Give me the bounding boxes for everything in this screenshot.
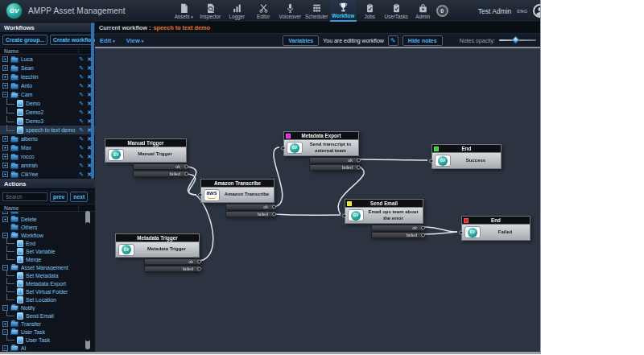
- search-next-button[interactable]: next: [70, 192, 88, 202]
- port-in[interactable]: [198, 193, 202, 197]
- output-failed[interactable]: failed: [133, 171, 187, 177]
- port-out-failed[interactable]: [184, 172, 188, 176]
- output-failed[interactable]: failed: [225, 211, 275, 217]
- workflow-group-row[interactable]: + Sean ✎✕: [0, 64, 95, 72]
- workflow-group-row[interactable]: + alberto ✎✕: [0, 134, 95, 143]
- workflow-group-row[interactable]: + leechin ✎✕: [0, 72, 95, 81]
- workflow-canvas[interactable]: Manual Trigger GV Manual Trigger ok fail…: [95, 47, 541, 352]
- edit-icon[interactable]: ✎: [79, 145, 84, 151]
- workflow-group-row[interactable]: + Max ✎✕: [0, 143, 95, 152]
- action-group-row[interactable]: + Delete: [0, 215, 95, 223]
- edit-workflow-pencil-button[interactable]: ✎: [388, 35, 398, 46]
- node-end-failed[interactable]: End GV Failed: [461, 216, 530, 241]
- expand-toggle[interactable]: +: [2, 83, 8, 89]
- expand-toggle[interactable]: −: [2, 92, 8, 97]
- slider-thumb[interactable]: [512, 36, 520, 44]
- workflow-group-row[interactable]: + Anto ✎✕: [0, 81, 95, 90]
- port-in[interactable]: [342, 213, 346, 217]
- port-out-failed[interactable]: [357, 166, 361, 170]
- output-ok[interactable]: ok: [144, 258, 200, 265]
- language-label[interactable]: ENG: [517, 9, 527, 14]
- expand-toggle[interactable]: +: [2, 145, 8, 151]
- view-menu[interactable]: View ▾: [126, 37, 144, 44]
- edit-icon[interactable]: ✎: [79, 83, 84, 89]
- expand-toggle[interactable]: +: [2, 136, 8, 142]
- notifications-badge[interactable]: 0: [436, 5, 448, 17]
- expand-toggle[interactable]: +: [2, 56, 8, 62]
- notes-opacity-slider[interactable]: [499, 36, 536, 44]
- search-prev-button[interactable]: prev: [50, 192, 68, 202]
- action-group-row[interactable]: + Transfer: [0, 320, 95, 328]
- output-ok[interactable]: ok: [371, 225, 423, 231]
- expand-toggle[interactable]: +: [2, 217, 8, 222]
- edit-icon[interactable]: ✎: [79, 109, 84, 115]
- output-ok[interactable]: ok: [225, 204, 275, 210]
- variables-button[interactable]: Variables: [283, 35, 319, 46]
- user-name[interactable]: Test Admin: [478, 7, 512, 15]
- workflow-group-row[interactable]: + Luca ✎✕: [0, 55, 95, 64]
- workflow-group-row[interactable]: + CikYee ✎✕: [0, 170, 95, 179]
- nav-editor[interactable]: Editor: [250, 0, 277, 22]
- nav-admin[interactable]: Admin: [410, 0, 436, 22]
- workflows-scrollbar[interactable]: [91, 23, 94, 179]
- port-out-failed[interactable]: [272, 213, 276, 217]
- port-out-failed[interactable]: [421, 233, 425, 237]
- output-failed[interactable]: failed: [309, 164, 359, 171]
- edit-menu[interactable]: Edit ▾: [100, 37, 115, 44]
- actions-scrollbar[interactable]: [85, 211, 90, 349]
- port-out-ok[interactable]: [357, 159, 361, 163]
- node-metadata-trigger[interactable]: Metadata Trigger GV Metadata Trigger ok …: [115, 233, 200, 272]
- expand-toggle[interactable]: +: [2, 65, 8, 71]
- output-ok[interactable]: ok: [133, 163, 187, 170]
- workflow-group-row[interactable]: + amirah ✎✕: [0, 161, 95, 170]
- port-out-failed[interactable]: [197, 267, 201, 271]
- expand-toggle[interactable]: +: [2, 163, 8, 168]
- output-ok[interactable]: ok: [309, 157, 359, 163]
- nav-assets[interactable]: Assets ▾: [171, 0, 197, 22]
- node-amazon-transcribe[interactable]: Amazon Transcribe aws Amazon Transcribe …: [200, 179, 275, 217]
- port-out-ok[interactable]: [421, 226, 425, 230]
- nav-scheduler[interactable]: Scheduler: [303, 0, 330, 22]
- actions-scrollbar-thumb[interactable]: [85, 222, 90, 341]
- edit-icon[interactable]: ✎: [79, 163, 84, 168]
- node-end-success[interactable]: End GV Success: [431, 144, 502, 169]
- edit-icon[interactable]: ✎: [79, 171, 84, 177]
- action-row[interactable]: Merge: [0, 255, 95, 263]
- port-out-ok[interactable]: [272, 205, 276, 209]
- workflow-row-selected[interactable]: speech to text demo ✎✕: [0, 126, 95, 134]
- port-out-ok[interactable]: [184, 165, 188, 169]
- action-row[interactable]: Amazon Transcribe: [0, 352, 95, 354]
- create-group-button[interactable]: Create group...: [2, 35, 47, 45]
- edit-icon[interactable]: ✎: [79, 56, 84, 62]
- node-metadata-export[interactable]: Metadata Export GV Send transcript to ex…: [283, 131, 359, 171]
- workflow-group-row[interactable]: + rocco ✎✕: [0, 152, 95, 161]
- expand-toggle[interactable]: +: [2, 171, 8, 177]
- output-failed[interactable]: failed: [144, 266, 200, 272]
- output-failed[interactable]: failed: [371, 232, 423, 238]
- user-avatar[interactable]: [533, 4, 541, 18]
- edit-icon[interactable]: ✎: [79, 136, 84, 142]
- nav-inspector[interactable]: Inspector: [197, 0, 224, 22]
- edit-icon[interactable]: ✎: [79, 74, 84, 80]
- expand-toggle[interactable]: +: [2, 321, 8, 327]
- expand-toggle[interactable]: +: [2, 74, 8, 80]
- edit-icon[interactable]: ✎: [79, 127, 84, 133]
- edit-icon[interactable]: ✎: [79, 118, 84, 124]
- action-group-row[interactable]: Others: [0, 223, 95, 231]
- action-row[interactable]: Set Location: [0, 295, 95, 303]
- nav-usertasks[interactable]: UserTasks: [383, 0, 410, 22]
- port-in[interactable]: [459, 230, 463, 234]
- action-row[interactable]: Send Email: [0, 312, 95, 320]
- node-send-email[interactable]: Send Email GV Email ops team about the e…: [345, 199, 423, 238]
- actions-search-input[interactable]: [2, 192, 47, 201]
- nav-logger[interactable]: Logger: [224, 0, 250, 22]
- edit-icon[interactable]: ✎: [79, 154, 84, 159]
- action-row[interactable]: User Task: [0, 336, 95, 344]
- port-in[interactable]: [429, 159, 433, 163]
- nav-voiceover[interactable]: Voiceover: [277, 0, 303, 22]
- edit-icon[interactable]: ✎: [79, 92, 84, 97]
- hide-notes-button[interactable]: Hide notes: [402, 35, 443, 46]
- edit-icon[interactable]: ✎: [79, 65, 84, 71]
- nav-jobs[interactable]: Jobs: [357, 0, 383, 22]
- node-manual-trigger[interactable]: Manual Trigger GV Manual Trigger ok fail…: [105, 138, 187, 177]
